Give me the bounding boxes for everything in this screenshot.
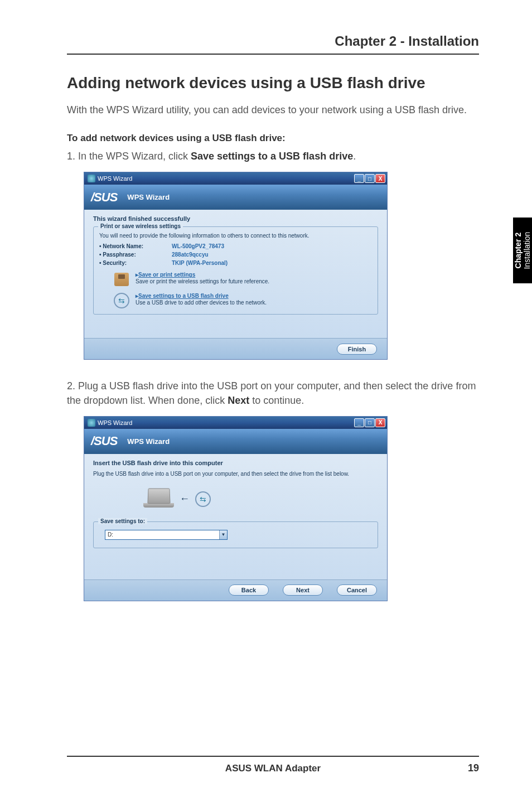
step-1-bold: Save settings to a USB flash drive [191,151,353,162]
wizard-body: Insert the USB flash drive into this com… [84,454,387,579]
screenshot-2: WPS Wizard _ □ X /SUS WPS Wizard Insert … [84,416,388,601]
back-button[interactable]: Back [229,584,269,596]
field-row-passphrase: • Passphrase: 288atc9qccyu [99,252,372,258]
step-2: 2. Plug a USB flash drive into the USB p… [67,379,479,407]
fieldset-legend: Save settings to: [98,518,147,524]
window-title: WPS Wizard [98,419,132,426]
step-2-suffix: to continue. [249,395,304,406]
field-row-security: • Security: TKIP (WPA-Personal) [99,260,372,266]
procedure-heading: To add network devices using a USB flash… [67,133,479,144]
step-1-prefix: 1. In the WPS Wizard, click [67,151,191,162]
wizard-title: WPS Wizard [127,193,170,201]
window-title: WPS Wizard [98,175,132,182]
settings-fieldset: Print or save wireless settings You will… [93,226,378,315]
asus-logo: /SUS [91,434,117,448]
minimize-button[interactable]: _ [354,418,364,427]
usb-icon: ⇆ [113,293,130,308]
field-value: 288atc9qccyu [172,252,209,258]
asus-logo: /SUS [91,190,117,205]
field-label: • Passphrase: [99,252,172,258]
window-controls: _ □ X [354,174,385,183]
wizard-description: Plug the USB flash drive into a USB port… [93,471,378,477]
usb-icon: ⇆ [195,491,211,507]
drive-select[interactable]: D: ▼ [105,530,228,540]
window-controls: _ □ X [354,418,385,427]
footer-rule [67,756,479,757]
wizard-header: /SUS WPS Wizard [84,429,387,454]
drive-select-value: D: [108,532,113,538]
action-description: Save or print the wireless settings for … [136,278,269,284]
header-rule [67,54,479,55]
side-tab: Chapter 2 Installation [513,218,532,283]
wizard-footer: Finish [84,338,387,359]
action-description: Use a USB drive to add other devices to … [136,299,267,306]
save-print-link[interactable]: Save or print settings [136,272,195,278]
window-titlebar: WPS Wizard _ □ X [84,172,387,185]
main-heading: Adding network devices using a USB flash… [67,74,479,92]
app-icon [88,175,95,182]
wizard-header: /SUS WPS Wizard [84,185,387,210]
chapter-header: Chapter 2 - Installation [67,33,479,49]
action-text: Save or print settings Save or print the… [136,272,269,284]
titlebar-left: WPS Wizard [88,419,132,427]
disk-icon [113,272,130,287]
footer-product: ASUS WLAN Adapter [67,763,479,774]
drive-select-row: D: ▼ [105,530,372,540]
step-1-suffix: . [353,151,356,162]
side-tab-title: Installation [523,232,531,269]
wizard-heading: Insert the USB flash drive into this com… [93,460,378,466]
save-usb-link[interactable]: Save settings to a USB flash drive [136,293,229,299]
screenshot-1: WPS Wizard _ □ X /SUS WPS Wizard This wi… [84,172,388,360]
step-2-bold: Next [228,395,249,406]
save-to-fieldset: Save settings to: D: ▼ [93,521,378,548]
footer-page-number: 19 [468,762,479,774]
window-titlebar: WPS Wizard _ □ X [84,417,387,429]
step-1: 1. In the WPS Wizard, click Save setting… [67,149,479,163]
wizard-status: This wizard finished successfully [93,215,378,222]
arrow-left-icon: ← [180,493,190,505]
finish-button[interactable]: Finish [337,344,377,355]
field-label: • Security: [99,260,172,266]
close-button[interactable]: X [375,174,385,183]
field-value: WL-500gPV2_78473 [172,243,224,249]
maximize-button[interactable]: □ [365,174,375,183]
fieldset-legend: Print or save wireless settings [98,223,183,229]
app-icon [88,419,95,427]
minimize-button[interactable]: _ [354,174,364,183]
fieldset-description: You will need to provide the following i… [99,233,372,239]
intro-paragraph: With the WPS Wizard utility, you can add… [67,103,479,117]
chevron-down-icon[interactable]: ▼ [219,530,227,539]
insert-graphic: ← ⇆ [143,488,378,510]
action-save-usb: ⇆ Save settings to a USB flash drive Use… [113,293,372,308]
next-button[interactable]: Next [283,584,323,596]
wizard-title: WPS Wizard [127,437,170,446]
action-text: Save settings to a USB flash drive Use a… [136,293,267,306]
cancel-button[interactable]: Cancel [337,584,377,596]
field-value: TKIP (WPA-Personal) [172,260,228,266]
field-row-network: • Network Name: WL-500gPV2_78473 [99,243,372,249]
close-button[interactable]: X [375,418,385,427]
wizard-footer: Back Next Cancel [84,579,387,601]
field-label: • Network Name: [99,243,172,249]
action-save-print: Save or print settings Save or print the… [113,272,372,287]
maximize-button[interactable]: □ [365,418,375,427]
wizard-body: This wizard finished successfully Print … [84,210,387,338]
page-footer: ASUS WLAN Adapter 19 [67,756,479,774]
side-tab-chapter: Chapter 2 [514,233,523,269]
titlebar-left: WPS Wizard [88,175,132,182]
laptop-icon [143,488,174,510]
